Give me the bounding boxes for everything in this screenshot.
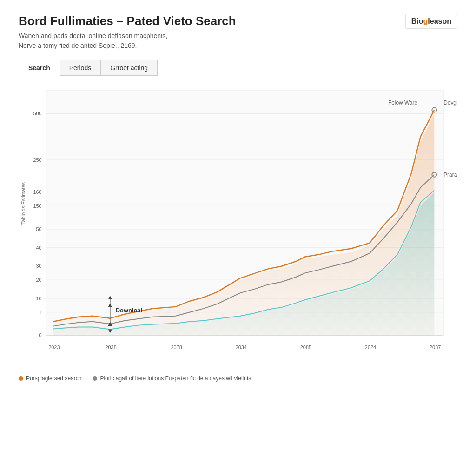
legend-dot-orange <box>19 376 23 381</box>
svg-text:-2024: -2024 <box>363 344 376 350</box>
svg-text:160: 160 <box>33 190 41 195</box>
svg-text:-2023: -2023 <box>47 344 60 350</box>
svg-text:1: 1 <box>39 310 42 315</box>
legend-dot-gray <box>93 376 97 381</box>
svg-text:250: 250 <box>33 157 41 163</box>
svg-text:150: 150 <box>33 203 41 209</box>
tab-periods[interactable]: Periods <box>60 60 100 76</box>
legend-label-orange: Purspiagiersed search <box>26 375 81 382</box>
svg-text:40: 40 <box>36 245 42 251</box>
svg-text:Downloal: Downloal <box>116 307 142 314</box>
svg-text:0: 0 <box>39 333 42 338</box>
legend-item-orange: Purspiagiersed search <box>19 375 81 382</box>
tab-bar: Search Periods Grroet acting <box>19 60 457 76</box>
brand-logo: Biogleason <box>405 14 457 29</box>
legend-item-gray: Pioric agail of itere lotions Fuspaten f… <box>93 375 251 382</box>
svg-text:500: 500 <box>33 111 41 117</box>
svg-text:50: 50 <box>36 226 42 232</box>
svg-text:10: 10 <box>36 296 42 301</box>
brand-highlight: g <box>423 17 428 25</box>
svg-text:– Dovgrad: – Dovgrad <box>439 99 457 106</box>
svg-text:Tabloids Estimates: Tabloids Estimates <box>20 182 26 225</box>
chart-area: Tabloids Estimates 0 1 10 20 30 40 50 15… <box>19 80 457 369</box>
page-title: Bord Fullimaties – Pated Vieto Search <box>19 14 236 28</box>
svg-text:-2037: -2037 <box>428 344 441 350</box>
brand-suffix: leason <box>428 17 451 25</box>
brand-prefix: Bio <box>411 17 423 25</box>
svg-text:-2038: -2038 <box>104 344 117 350</box>
svg-text:-2085: -2085 <box>298 344 311 350</box>
svg-text:-2078: -2078 <box>169 344 182 350</box>
svg-text:-2034: -2034 <box>234 344 247 350</box>
chart-container: Tabloids Estimates 0 1 10 20 30 40 50 15… <box>19 80 457 369</box>
svg-text:– Prara: – Prara <box>439 172 457 178</box>
tab-grroet-acting[interactable]: Grroet acting <box>100 60 158 76</box>
svg-text:Felow Ware–: Felow Ware– <box>388 99 421 106</box>
svg-text:20: 20 <box>36 277 42 283</box>
page-subtitle: Waneh and pads dectal online deflason ma… <box>19 31 236 51</box>
page-header: Bord Fullimaties – Pated Vieto Search Wa… <box>19 14 457 51</box>
chart-legend: Purspiagiersed search Pioric agail of it… <box>19 375 457 382</box>
legend-label-gray: Pioric agail of itere lotions Fuspaten f… <box>100 375 251 382</box>
main-chart: Tabloids Estimates 0 1 10 20 30 40 50 15… <box>19 80 457 369</box>
svg-text:30: 30 <box>36 264 42 269</box>
tab-search[interactable]: Search <box>19 60 60 76</box>
